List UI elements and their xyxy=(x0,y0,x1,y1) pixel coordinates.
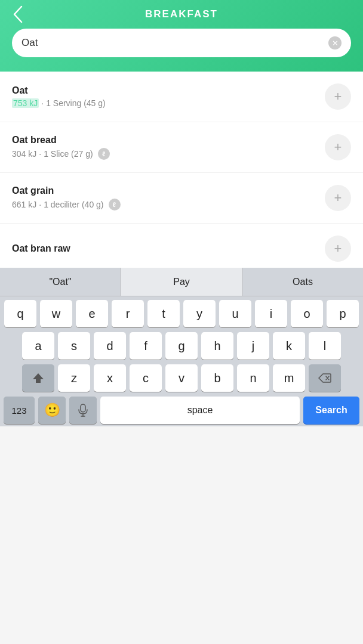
suggestion-pay[interactable]: Pay xyxy=(121,268,242,296)
space-key[interactable]: space xyxy=(100,397,300,424)
key-x[interactable]: x xyxy=(94,364,126,392)
keyboard: q w e r t y u i o p a s d f g h j k l z … xyxy=(0,296,363,426)
key-f[interactable]: f xyxy=(130,332,162,360)
key-y[interactable]: y xyxy=(183,300,216,327)
food-name: Oat bread xyxy=(12,135,325,145)
clear-button[interactable]: ✕ xyxy=(328,36,342,49)
table-row: Oat bran raw + xyxy=(0,224,363,268)
search-bar-container: ✕ xyxy=(12,29,351,57)
back-button[interactable] xyxy=(12,4,24,24)
result-info: Oat grain 661 kJ · 1 deciliter (40 g) ℓ xyxy=(12,185,325,210)
food-name: Oat grain xyxy=(12,185,325,196)
key-b[interactable]: b xyxy=(201,364,233,392)
search-key[interactable]: Search xyxy=(303,397,359,424)
key-v[interactable]: v xyxy=(165,364,198,392)
key-q[interactable]: q xyxy=(4,300,36,327)
kj-value: 304 kJ xyxy=(12,149,36,159)
key-e[interactable]: e xyxy=(76,300,108,327)
key-l[interactable]: l xyxy=(309,332,341,360)
key-a[interactable]: a xyxy=(22,332,54,360)
key-i[interactable]: i xyxy=(255,300,287,327)
header: BREAKFAST ✕ xyxy=(0,0,363,72)
verified-badge: ℓ xyxy=(109,199,121,210)
key-h[interactable]: h xyxy=(201,332,233,360)
food-meta: 753 kJ · 1 Serving (45 g) xyxy=(12,98,325,108)
key-d[interactable]: d xyxy=(94,332,126,360)
key-p[interactable]: p xyxy=(327,300,359,327)
serving-size: 1 deciliter (40 g) xyxy=(44,200,103,209)
key-n[interactable]: n xyxy=(237,364,269,392)
food-meta: 304 kJ · 1 Slice (27 g) ℓ xyxy=(12,148,325,160)
separator: · xyxy=(41,98,44,108)
numbers-key[interactable]: 123 xyxy=(4,397,35,424)
key-g[interactable]: g xyxy=(165,332,198,360)
result-info: Oat 753 kJ · 1 Serving (45 g) xyxy=(12,85,325,108)
result-info: Oat bran raw xyxy=(12,243,325,254)
keyboard-row-2: a s d f g h j k l xyxy=(2,332,361,360)
keyboard-row-3: z x c v b n m xyxy=(2,364,361,392)
key-j[interactable]: j xyxy=(237,332,269,360)
add-food-button[interactable]: + xyxy=(325,83,351,110)
delete-key[interactable] xyxy=(309,364,341,392)
key-z[interactable]: z xyxy=(58,364,90,392)
add-food-button[interactable]: + xyxy=(325,236,351,262)
table-row: Oat bread 304 kJ · 1 Slice (27 g) ℓ + xyxy=(0,122,363,173)
kj-value: 753 kJ xyxy=(12,98,39,108)
verified-badge: ℓ xyxy=(98,148,110,160)
mic-key[interactable] xyxy=(69,397,97,424)
result-info: Oat bread 304 kJ · 1 Slice (27 g) ℓ xyxy=(12,135,325,160)
food-meta: 661 kJ · 1 deciliter (40 g) ℓ xyxy=(12,199,325,210)
serving-size: 1 Slice (27 g) xyxy=(44,149,93,159)
add-food-button[interactable]: + xyxy=(325,134,351,160)
separator: · xyxy=(39,149,41,159)
keyboard-bottom-row: 123 🙂 space Search xyxy=(2,397,361,424)
food-name: Oat bran raw xyxy=(12,243,325,254)
key-w[interactable]: w xyxy=(40,300,72,327)
suggestion-quoted-oat[interactable]: "Oat" xyxy=(0,268,121,296)
keyboard-row-1: q w e r t y u i o p xyxy=(2,300,361,327)
results-list: Oat 753 kJ · 1 Serving (45 g) + Oat brea… xyxy=(0,72,363,268)
key-s[interactable]: s xyxy=(58,332,90,360)
kj-value: 661 kJ xyxy=(12,200,36,209)
key-m[interactable]: m xyxy=(273,364,305,392)
food-name: Oat xyxy=(12,85,325,96)
key-t[interactable]: t xyxy=(147,300,180,327)
key-o[interactable]: o xyxy=(291,300,323,327)
shift-key[interactable] xyxy=(22,364,54,392)
table-row: Oat grain 661 kJ · 1 deciliter (40 g) ℓ … xyxy=(0,173,363,224)
emoji-key[interactable]: 🙂 xyxy=(38,397,66,424)
suggestion-oats[interactable]: Oats xyxy=(242,268,363,296)
key-c[interactable]: c xyxy=(130,364,162,392)
page-title: BREAKFAST xyxy=(145,8,218,20)
search-input[interactable] xyxy=(21,37,328,49)
add-food-button[interactable]: + xyxy=(325,185,351,211)
keyboard-suggestions: "Oat" Pay Oats xyxy=(0,268,363,296)
svg-rect-0 xyxy=(81,404,85,412)
key-u[interactable]: u xyxy=(219,300,251,327)
header-top: BREAKFAST xyxy=(12,0,351,27)
key-k[interactable]: k xyxy=(273,332,305,360)
key-r[interactable]: r xyxy=(112,300,144,327)
table-row: Oat 753 kJ · 1 Serving (45 g) + xyxy=(0,72,363,122)
serving-size: 1 Serving (45 g) xyxy=(46,98,106,108)
separator: · xyxy=(39,200,41,209)
